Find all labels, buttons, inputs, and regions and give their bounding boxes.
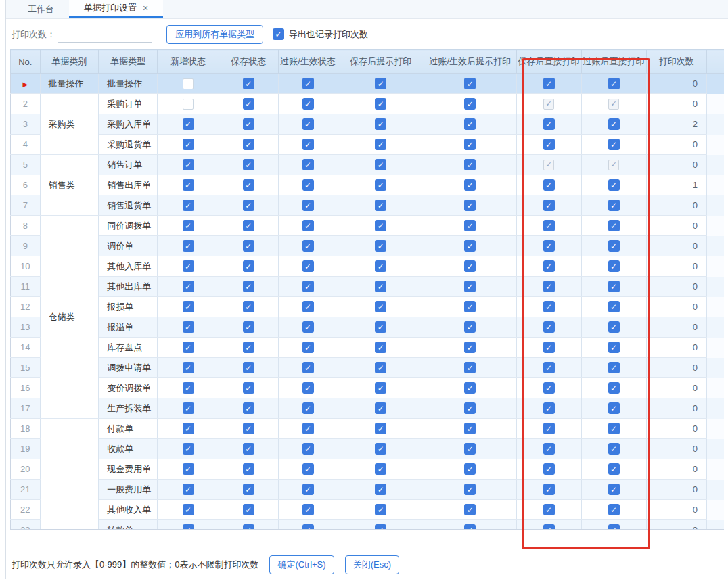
checkbox-prompt-after-save[interactable]: ✓: [375, 78, 386, 89]
checkbox-prompt-after-save[interactable]: ✓: [375, 220, 386, 231]
print-count-cell[interactable]: 0: [646, 439, 706, 459]
checkbox-new-status[interactable]: ✓: [183, 179, 194, 191]
checkbox-save-status[interactable]: ✓: [243, 321, 254, 333]
checkbox-prompt-after-post[interactable]: ✓: [464, 118, 476, 130]
checkbox-direct-after-save[interactable]: ✓: [543, 443, 555, 455]
checkbox-direct-after-post[interactable]: ✓: [608, 484, 620, 495]
checkbox-save-status[interactable]: ✓: [243, 524, 254, 530]
print-count-cell[interactable]: 0: [646, 216, 706, 236]
checkbox-prompt-after-save[interactable]: ✓: [375, 443, 386, 455]
checkbox-save-status[interactable]: ✓: [243, 382, 254, 394]
checkbox-prompt-after-save[interactable]: ✓: [375, 179, 386, 191]
checkbox-post-status[interactable]: ✓: [302, 423, 314, 434]
checkbox-direct-after-post[interactable]: ✓: [608, 402, 620, 414]
checkbox-direct-after-post[interactable]: ✓: [608, 301, 620, 312]
checkbox-save-status[interactable]: ✓: [243, 463, 254, 475]
checkbox-new-status[interactable]: ✓: [183, 281, 194, 292]
checkbox-prompt-after-save[interactable]: ✓: [375, 484, 386, 495]
checkbox-post-status[interactable]: ✓: [302, 240, 314, 252]
checkbox-prompt-after-post[interactable]: ✓: [464, 240, 476, 252]
print-count-cell[interactable]: 0: [646, 155, 706, 175]
export-record-checkbox[interactable]: ✓: [273, 28, 284, 40]
checkbox-direct-after-post[interactable]: ✓: [608, 443, 620, 455]
checkbox-save-status[interactable]: ✓: [243, 402, 254, 414]
checkbox-new-status[interactable]: ✓: [183, 524, 194, 530]
checkbox-direct-after-save[interactable]: ✓: [543, 118, 555, 130]
checkbox-save-status[interactable]: ✓: [243, 504, 254, 515]
checkbox-prompt-after-save[interactable]: ✓: [375, 321, 386, 333]
checkbox-direct-after-save[interactable]: ✓: [543, 240, 555, 252]
checkbox-new-status[interactable]: ✓: [183, 504, 194, 515]
checkbox-post-status[interactable]: ✓: [302, 463, 314, 475]
print-count-cell[interactable]: 0: [646, 297, 706, 317]
checkbox-direct-after-post[interactable]: ✓: [608, 382, 620, 394]
checkbox-save-status[interactable]: ✓: [243, 443, 254, 455]
checkbox-prompt-after-save[interactable]: ✓: [375, 98, 386, 110]
table-row[interactable]: 11其他出库单✓✓✓✓✓✓✓0: [11, 277, 725, 297]
print-count-cell[interactable]: 0: [646, 378, 706, 398]
checkbox-direct-after-save[interactable]: ✓: [543, 504, 555, 515]
checkbox-direct-after-save[interactable]: ✓: [543, 78, 555, 89]
table-row[interactable]: 10其他入库单✓✓✓✓✓✓✓0: [11, 256, 725, 277]
checkbox-direct-after-post[interactable]: ✓: [608, 78, 620, 89]
checkbox-post-status[interactable]: ✓: [302, 484, 314, 495]
checkbox-prompt-after-save[interactable]: ✓: [375, 362, 386, 373]
apply-to-all-button[interactable]: 应用到所有单据类型: [166, 25, 263, 44]
checkbox-prompt-after-save[interactable]: ✓: [375, 423, 386, 434]
table-row[interactable]: 7销售退货单✓✓✓✓✓✓✓0: [11, 195, 725, 216]
table-row[interactable]: 17生产拆装单✓✓✓✓✓✓✓0: [11, 398, 725, 419]
table-row[interactable]: 16变价调拨单✓✓✓✓✓✓✓0: [11, 378, 725, 398]
checkbox-direct-after-save[interactable]: ✓: [543, 220, 555, 231]
checkbox-new-status[interactable]: ✓: [183, 139, 194, 150]
checkbox-new-status[interactable]: ✓: [183, 463, 194, 475]
checkbox-direct-after-post[interactable]: ✓: [608, 423, 620, 434]
checkbox-save-status[interactable]: ✓: [243, 423, 254, 434]
print-count-cell[interactable]: 0: [646, 277, 706, 297]
checkbox-prompt-after-post[interactable]: ✓: [464, 484, 476, 495]
checkbox-new-status[interactable]: ✓: [183, 200, 194, 211]
checkbox-post-status[interactable]: ✓: [302, 281, 314, 292]
checkbox-new-status[interactable]: ✓: [183, 260, 194, 272]
checkbox-save-status[interactable]: ✓: [243, 78, 254, 89]
checkbox-prompt-after-save[interactable]: ✓: [375, 342, 386, 353]
print-count-input[interactable]: [58, 27, 180, 42]
checkbox-new-status[interactable]: [183, 78, 194, 89]
table-row[interactable]: 19收款单✓✓✓✓✓✓✓0: [11, 439, 725, 459]
checkbox-save-status[interactable]: ✓: [243, 98, 254, 110]
print-count-cell[interactable]: 2: [646, 114, 706, 135]
checkbox-save-status[interactable]: ✓: [243, 159, 254, 170]
table-row[interactable]: 13报溢单✓✓✓✓✓✓✓0: [11, 317, 725, 338]
checkbox-prompt-after-post[interactable]: ✓: [464, 281, 476, 292]
table-row[interactable]: 12报损单✓✓✓✓✓✓✓0: [11, 297, 725, 317]
table-row[interactable]: 20现金费用单✓✓✓✓✓✓✓0: [11, 459, 725, 480]
checkbox-prompt-after-save[interactable]: ✓: [375, 200, 386, 211]
checkbox-new-status[interactable]: ✓: [183, 443, 194, 455]
checkbox-direct-after-post[interactable]: ✓: [608, 342, 620, 353]
checkbox-prompt-after-save[interactable]: ✓: [375, 463, 386, 475]
table-row[interactable]: 18付款单✓✓✓✓✓✓✓0: [11, 419, 725, 439]
checkbox-save-status[interactable]: ✓: [243, 200, 254, 211]
checkbox-save-status[interactable]: ✓: [243, 260, 254, 272]
print-count-cell[interactable]: 0: [646, 317, 706, 338]
checkbox-prompt-after-post[interactable]: ✓: [464, 524, 476, 530]
checkbox-direct-after-save[interactable]: ✓: [543, 484, 555, 495]
checkbox-direct-after-save[interactable]: ✓: [543, 524, 555, 530]
close-button[interactable]: 关闭(Esc): [345, 555, 399, 574]
checkbox-post-status[interactable]: ✓: [302, 301, 314, 312]
checkbox-direct-after-post[interactable]: ✓: [608, 118, 620, 130]
table-row[interactable]: 14库存盘点✓✓✓✓✓✓✓0: [11, 338, 725, 358]
print-count-cell[interactable]: 0: [646, 256, 706, 277]
checkbox-prompt-after-save[interactable]: ✓: [375, 118, 386, 130]
checkbox-direct-after-post[interactable]: ✓: [608, 321, 620, 333]
checkbox-direct-after-save[interactable]: ✓: [543, 402, 555, 414]
checkbox-direct-after-post[interactable]: ✓: [608, 504, 620, 515]
table-row[interactable]: 23转款单✓✓✓✓✓✓✓0: [11, 520, 725, 530]
checkbox-new-status[interactable]: ✓: [183, 342, 194, 353]
checkbox-direct-after-save[interactable]: ✓: [543, 281, 555, 292]
print-count-cell[interactable]: 0: [646, 195, 706, 216]
checkbox-post-status[interactable]: ✓: [302, 159, 314, 170]
checkbox-direct-after-save[interactable]: ✓: [543, 382, 555, 394]
checkbox-prompt-after-post[interactable]: ✓: [464, 443, 476, 455]
checkbox-direct-after-save[interactable]: ✓: [543, 179, 555, 191]
tab-workbench[interactable]: 工作台: [13, 0, 69, 18]
